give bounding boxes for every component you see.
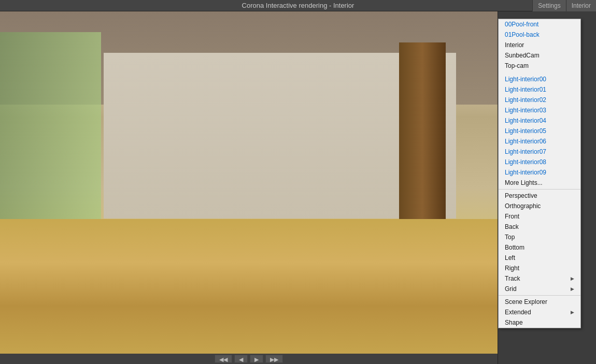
menu-item-light-interior03[interactable]: Light-interior03 [499,105,580,115]
rewind-button[interactable]: ◀◀ [215,355,232,363]
divider-2 [499,295,580,296]
floor [0,219,498,364]
window-frame [0,32,101,229]
menu-item-back[interactable]: Back [499,222,580,232]
menu-item-light-interior09[interactable]: Light-interior09 [499,167,580,178]
menu-item-01pool-back[interactable]: 01Pool-back [499,30,580,40]
menu-item-right[interactable]: Right [499,263,580,273]
menu-item-grid[interactable]: Grid [499,284,580,294]
interior-button[interactable]: Interior [566,0,596,11]
fast-forward-button[interactable]: ▶▶ [265,355,283,363]
menu-item-shape[interactable]: Shape [499,317,580,328]
menu-item-light-interior02[interactable]: Light-interior02 [499,95,580,105]
menu-item-light-interior04[interactable]: Light-interior04 [499,115,580,126]
menu-item-light-interior00[interactable]: Light-interior00 [499,74,580,84]
menu-item-light-interior07[interactable]: Light-interior07 [499,147,580,157]
step-back-button[interactable]: ◀ [234,355,248,363]
bottom-bar: ◀◀ ◀ ▶ ▶▶ [0,354,498,364]
menu-item-more-lights[interactable]: More Lights... [499,178,580,188]
divider-1 [499,189,580,190]
menu-item-scene-explorer[interactable]: Scene Explorer [499,297,580,307]
menu-item-perspective[interactable]: Perspective [499,191,580,201]
menu-item-left[interactable]: Left [499,253,580,263]
menu-item-front[interactable]: Front [499,211,580,222]
window-title: Corona Interactive rendering - Interior [242,2,354,9]
play-button[interactable]: ▶ [250,355,263,363]
right-panel: 00Pool-front 01Pool-back Interior Sunbed… [498,11,596,364]
menu-item-bottom[interactable]: Bottom [499,242,580,253]
menu-item-light-interior05[interactable]: Light-interior05 [499,126,580,136]
menu-item-top[interactable]: Top [499,232,580,242]
menu-item-light-interior06[interactable]: Light-interior06 [499,136,580,147]
menu-item-sunbedcam[interactable]: SunbedCam [499,50,580,61]
menu-item-extended[interactable]: Extended [499,307,580,317]
top-toolbar: Corona Interactive rendering - Interior … [0,0,596,11]
menu-item-interior[interactable]: Interior [499,40,580,50]
top-right-buttons: Settings Interior [532,0,596,11]
menu-item-track[interactable]: Track [499,273,580,284]
dropdown-menu: 00Pool-front 01Pool-back Interior Sunbed… [498,19,581,328]
scene-canvas [0,11,498,364]
menu-item-light-interior08[interactable]: Light-interior08 [499,157,580,167]
menu-item-top-cam[interactable]: Top-cam [499,61,580,71]
menu-item-00pool-front[interactable]: 00Pool-front [499,19,580,30]
settings-button[interactable]: Settings [532,0,565,11]
menu-item-light-interior01[interactable]: Light-interior01 [499,84,580,95]
render-area: ◀◀ ◀ ▶ ▶▶ [0,11,498,364]
menu-item-orthographic[interactable]: Orthographic [499,201,580,211]
